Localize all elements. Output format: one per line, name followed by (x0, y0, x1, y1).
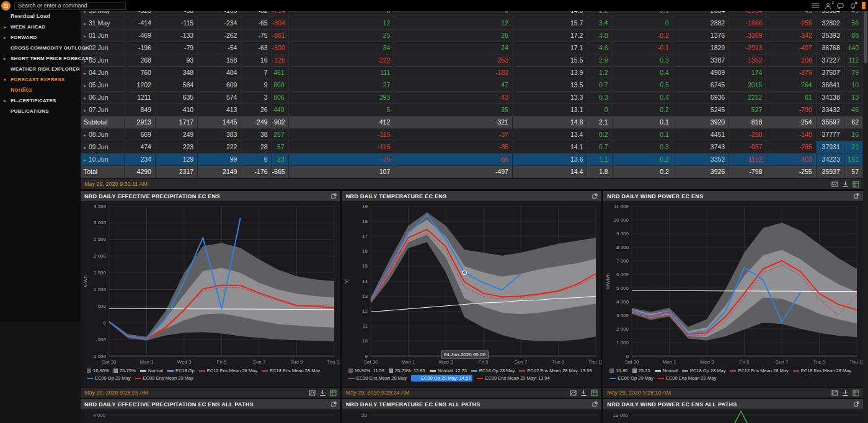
expand-icon[interactable]: ▸ (84, 95, 86, 101)
table-cell: 33432 (816, 103, 844, 116)
scrollbar-thumb[interactable] (864, 11, 867, 63)
expand-icon[interactable]: ▸ (84, 33, 86, 39)
bell-icon[interactable] (849, 2, 856, 9)
table-row-02-jun[interactable]: ▸02.Jun-196-79-54-63-590342417.14.6-0.11… (81, 41, 863, 54)
popout-icon[interactable] (592, 193, 598, 199)
legend-item[interactable]: Normal (140, 367, 163, 374)
table-cell: 2.9 (587, 54, 612, 66)
sidebar-item-forward[interactable]: ▸FORWARD (0, 32, 81, 43)
temperature-chart[interactable]: 04-Jun-2020 00:00 910111213141516171819S… (342, 201, 602, 366)
svg-text:13 000: 13 000 (613, 412, 629, 418)
excel-export-icon[interactable] (591, 390, 598, 396)
export-image-icon[interactable] (309, 390, 316, 396)
wind-power-chart[interactable]: 01 0002 0003 0004 0005 0006 0007 0008 00… (603, 201, 863, 366)
legend-item[interactable]: EC12 Ens Mean 28 May: 13.59 (519, 367, 591, 374)
table-row-07-jun[interactable]: ▸07.Jun8494104132644053513.100.25245527-… (81, 103, 863, 116)
legend-item[interactable]: EC00 Op 29 May (609, 375, 653, 382)
sidebar-item-cross-commodity-outlook[interactable]: CROSS COMMODITY OUTLOOK (0, 43, 81, 53)
popout-icon[interactable] (854, 401, 859, 407)
chevron-right-icon: ▸ (4, 22, 6, 32)
export-image-icon[interactable] (831, 390, 838, 396)
temperature-all-paths-chart[interactable]: 20 (342, 409, 602, 423)
sidebar-item-forecast-express[interactable]: ▾FORECAST EXPRESS (0, 74, 81, 85)
download-icon[interactable] (842, 181, 849, 188)
page-scrollbar[interactable] (863, 11, 868, 423)
legend-item[interactable]: EC00 Op 29 May (87, 375, 131, 382)
command-search-input[interactable] (14, 2, 126, 10)
legend-item[interactable]: 10-90% (87, 367, 109, 374)
popout-icon[interactable] (331, 401, 337, 407)
excel-export-icon[interactable] (852, 181, 859, 188)
sidebar-item-week-ahead[interactable]: ▸WEEK AHEAD (0, 22, 81, 32)
app-logo[interactable] (1, 1, 11, 11)
wind-all-paths-chart[interactable]: 13 000 (603, 409, 863, 423)
legend-item[interactable]: 10-90 (609, 367, 627, 374)
popout-icon[interactable] (331, 193, 337, 199)
row-date-label: Subtotal (84, 118, 108, 126)
line-swatch-icon (682, 370, 688, 372)
sidebar-item-weather-risk-explorer[interactable]: WEATHER RISK EXPLORER (0, 64, 81, 74)
legend-item[interactable]: EC18 Ens Mean 28 May (348, 375, 407, 382)
legend-item[interactable]: EC12 Ens Mean 28 May (730, 367, 788, 374)
table-row-03-jun[interactable]: ▸03.Jun2689315816-128-222-25315.52.90.33… (81, 54, 863, 66)
legend-item[interactable]: EC18 Op (167, 367, 195, 374)
legend-item[interactable]: EC00 Ens Mean 29 May (135, 375, 193, 382)
menu-icon[interactable] (812, 2, 819, 9)
table-row-08-jun[interactable]: ▸08.Jun66924938338257-115-3713.40.20.144… (81, 128, 863, 141)
expand-icon[interactable]: ▸ (84, 145, 86, 150)
table-row-10-jun[interactable]: ▸10.Jun23412999623-75-5513.61.10.23352-1… (81, 153, 863, 165)
precipitation-all-paths-chart[interactable]: 4 000 (81, 409, 340, 423)
export-image-icon[interactable] (831, 181, 838, 188)
user-icon[interactable]: 1 (825, 2, 831, 9)
legend-item[interactable]: EC18 Op 28 May (682, 367, 726, 374)
excel-export-icon[interactable] (330, 390, 337, 396)
expand-icon[interactable]: ▸ (84, 21, 86, 27)
sidebar-item-publications[interactable]: PUBLICATIONS (0, 106, 81, 116)
export-image-icon[interactable] (570, 390, 577, 396)
table-cell: 111 (288, 66, 394, 79)
legend-item[interactable]: EC18 Ens Mean 28 May (793, 367, 851, 374)
table-row-04-jun[interactable]: ▸04.Jun7603484047461111-18213.91.20.4490… (81, 66, 863, 79)
legend-item[interactable]: 25-75%: 12.85 (389, 367, 425, 374)
legend-item[interactable]: 10-90%: 11.59 (348, 367, 384, 374)
table-cell: 800 (272, 79, 288, 91)
table-row-30-may[interactable]: ▸30.May-320-98-160-62-7146014.32.20.1268… (81, 11, 863, 17)
sidebar-item-el-certificates[interactable]: ▸EL-CERTIFICATES (0, 95, 81, 106)
expand-icon[interactable]: ▸ (84, 157, 86, 163)
expand-icon[interactable]: ▸ (84, 83, 86, 89)
precipitation-chart[interactable]: -1 000-50005001 0001 5002 0002 5003 0003… (81, 201, 340, 366)
table-row-subtotal[interactable]: Subtotal291317171445-249-902412-32114.62… (81, 116, 863, 128)
legend-item[interactable]: Normal (655, 367, 678, 374)
legend-item[interactable]: EC18 Op 28 May (471, 367, 515, 374)
table-row-31-may[interactable]: ▸31.May-414-115-234-65-804121215.73.4028… (81, 17, 863, 29)
table-row-01-jun[interactable]: ▸01.Jun-469-133-262-75-861252617.24.8-0.… (81, 29, 863, 41)
legend-item[interactable]: EC00 Ens Mean 29 May (658, 375, 716, 382)
excel-export-icon[interactable] (852, 390, 859, 396)
download-icon[interactable] (842, 390, 849, 396)
download-icon[interactable] (580, 390, 587, 396)
table-row-05-jun[interactable]: ▸05.Jun12025846099800274713.50.70.567452… (81, 79, 863, 91)
sidebar-item-label: EL-CERTIFICATES (11, 98, 56, 103)
svg-text:-1 000: -1 000 (92, 354, 106, 359)
expand-icon[interactable]: ▸ (84, 133, 86, 138)
sidebar-item-nordics[interactable]: Nordics (0, 85, 81, 95)
legend-item[interactable]: 25-75 (632, 367, 650, 374)
popout-icon[interactable] (854, 193, 859, 199)
legend-item[interactable]: EC12 Ens Mean 28 May (199, 367, 257, 374)
expand-icon[interactable]: ▸ (84, 71, 86, 76)
table-row-09-jun[interactable]: ▸09.Jun4742232222857-115-8514.10.70.3374… (81, 141, 863, 153)
legend-item[interactable]: Normal: 12.75 (430, 367, 467, 374)
sidebar-item-residual-load[interactable]: Residual Load (0, 11, 81, 22)
popout-icon[interactable] (592, 401, 598, 407)
chat-icon[interactable] (837, 2, 844, 9)
expand-icon[interactable]: ▸ (84, 11, 86, 14)
legend-item[interactable]: EC18 Ens Mean 28 May (262, 367, 320, 374)
table-row-total[interactable]: Total429023172149-176-565107-49714.41.80… (81, 165, 863, 178)
legend-item[interactable]: 25-75% (113, 367, 136, 374)
expand-icon[interactable]: ▸ (84, 108, 86, 113)
legend-item[interactable]: EC00 Op 29 May: 14.57 (411, 375, 472, 382)
legend-item[interactable]: EC00 Ens Mean 29 May: 13.94 (477, 375, 549, 382)
sidebar-item-short-term-price-forecast[interactable]: ▸SHORT TERM PRICE FORECAST (0, 53, 81, 64)
download-icon[interactable] (319, 390, 326, 396)
table-row-06-jun[interactable]: ▸06.Jun12116355743806393-4313.30.30.4693… (81, 91, 863, 103)
